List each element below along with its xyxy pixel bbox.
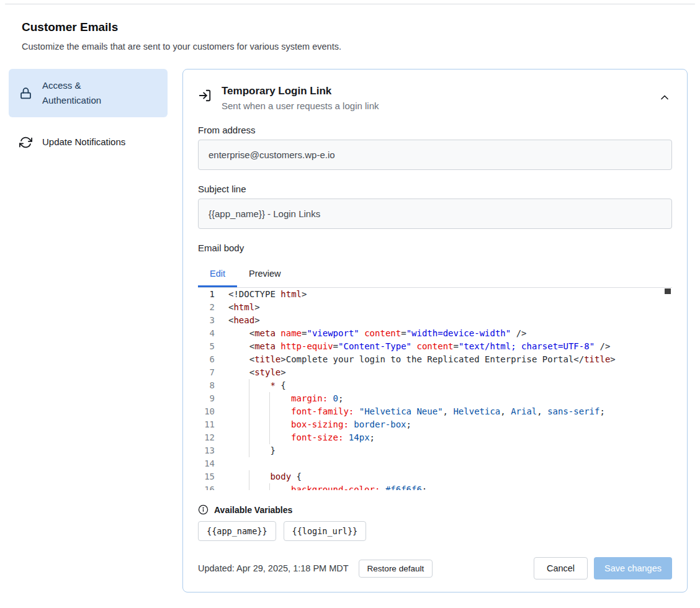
- code-line: 6<title>Complete your login to the Repli…: [198, 353, 672, 366]
- code-line: 16background-color: #f6f6f6;: [198, 483, 672, 490]
- card-header: Temporary Login Link Sent when a user re…: [198, 85, 672, 111]
- code-line: 2<html>: [198, 301, 672, 314]
- line-number: 16: [198, 483, 228, 490]
- line-number: 5: [198, 340, 228, 353]
- code-line: 7<style>: [198, 366, 672, 379]
- top-divider: [5, 4, 695, 4]
- line-number: 2: [198, 301, 228, 314]
- variable-chip[interactable]: {{login_url}}: [284, 521, 367, 541]
- line-number: 15: [198, 470, 228, 483]
- scrollbar-thumb[interactable]: [665, 288, 671, 294]
- code-editor[interactable]: 1<!DOCTYPE html>2<html>3<head>4<meta nam…: [198, 288, 672, 490]
- refresh-icon: [19, 136, 32, 149]
- save-changes-button[interactable]: Save changes: [594, 557, 672, 579]
- line-number: 3: [198, 314, 228, 327]
- card-footer: Updated: Apr 29, 2025, 1:18 PM MDT Resto…: [198, 557, 672, 579]
- line-number: 6: [198, 353, 228, 366]
- code-line: 11box-sizing: border-box;: [198, 418, 672, 431]
- code-line: 13}: [198, 444, 672, 457]
- chevron-up-icon: [658, 91, 671, 104]
- line-number: 9: [198, 392, 228, 405]
- tab-edit[interactable]: Edit: [198, 261, 237, 287]
- available-variables-section: Available Variables {{app_name}}{{login_…: [198, 504, 672, 541]
- info-icon: [198, 504, 209, 515]
- code-line: 1<!DOCTYPE html>: [198, 288, 672, 301]
- main-layout: Access & AuthenticationUpdate Notificati…: [9, 69, 688, 592]
- sidebar-item-update-notifications[interactable]: Update Notifications: [9, 125, 168, 159]
- subject-line-input[interactable]: [198, 199, 672, 229]
- sidebar: Access & AuthenticationUpdate Notificati…: [9, 69, 168, 159]
- customer-emails-page: Customer Emails Customize the emails tha…: [0, 20, 700, 592]
- tab-preview[interactable]: Preview: [237, 261, 293, 287]
- code-line: 10font-family: "Helvetica Neue", Helveti…: [198, 405, 672, 418]
- editor-tabs: EditPreview: [198, 261, 672, 288]
- email-body-label: Email body: [198, 243, 672, 253]
- sidebar-item-label: Access & Authentication: [42, 78, 129, 108]
- code-line: 5<meta http-equiv="Content-Type" content…: [198, 340, 672, 353]
- sidebar-item-access-authentication[interactable]: Access & Authentication: [9, 69, 168, 117]
- email-settings-card: Temporary Login Link Sent when a user re…: [182, 69, 688, 592]
- code-line: 3<head>: [198, 314, 672, 327]
- line-number: 7: [198, 366, 228, 379]
- line-number: 14: [198, 457, 228, 470]
- updated-timestamp: Updated: Apr 29, 2025, 1:18 PM MDT: [198, 563, 349, 573]
- line-number: 8: [198, 379, 228, 392]
- collapse-button[interactable]: [657, 90, 672, 107]
- line-number: 4: [198, 327, 228, 340]
- variable-chip[interactable]: {{app_name}}: [198, 521, 276, 541]
- card-subtitle: Sent when a user requests a login link: [222, 101, 379, 111]
- page-title: Customer Emails: [22, 20, 688, 34]
- subject-line-label: Subject line: [198, 184, 672, 194]
- page-header: Customer Emails Customize the emails tha…: [22, 20, 688, 51]
- sidebar-item-label: Update Notifications: [42, 135, 125, 150]
- code-line: 4<meta name="viewport" content="width=de…: [198, 327, 672, 340]
- line-number: 13: [198, 444, 228, 457]
- line-number: 12: [198, 431, 228, 444]
- restore-default-button[interactable]: Restore default: [359, 560, 433, 578]
- page-subtitle: Customize the emails that are sent to yo…: [22, 42, 688, 51]
- code-line: 8* {: [198, 379, 672, 392]
- card-header-text: Temporary Login Link Sent when a user re…: [222, 85, 379, 111]
- editor-lines: 1<!DOCTYPE html>2<html>3<head>4<meta nam…: [198, 288, 672, 490]
- cancel-button[interactable]: Cancel: [534, 557, 588, 579]
- from-address-label: From address: [198, 125, 672, 135]
- from-address-input[interactable]: [198, 140, 672, 170]
- code-line: 14: [198, 457, 672, 470]
- code-line: 15body {: [198, 470, 672, 483]
- available-variables-header: Available Variables: [198, 504, 672, 515]
- card-title: Temporary Login Link: [222, 85, 379, 97]
- lock-icon: [19, 87, 32, 100]
- code-line: 12font-size: 14px;: [198, 431, 672, 444]
- code-line: 9margin: 0;: [198, 392, 672, 405]
- available-variables-label: Available Variables: [214, 505, 292, 515]
- variable-chips: {{app_name}}{{login_url}}: [198, 521, 672, 541]
- line-number: 10: [198, 405, 228, 418]
- editor-scrollbar[interactable]: [665, 288, 671, 490]
- line-number: 11: [198, 418, 228, 431]
- line-number: 1: [198, 288, 228, 301]
- login-icon: [198, 89, 212, 102]
